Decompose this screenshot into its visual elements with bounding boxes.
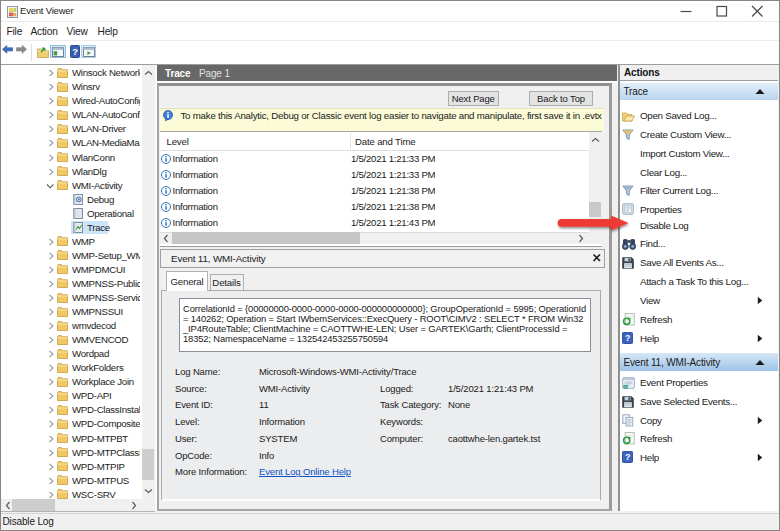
svg-text:?: ? [624,333,629,343]
svg-text:?: ? [624,452,629,462]
svg-text:?: ? [72,46,78,57]
